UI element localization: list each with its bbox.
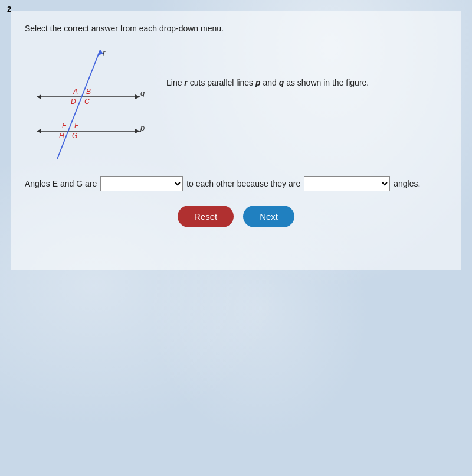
- svg-text:A: A: [73, 87, 78, 96]
- svg-text:D: D: [71, 97, 76, 106]
- card: Select the correct answer from each drop…: [11, 11, 461, 270]
- svg-marker-1: [37, 94, 41, 99]
- svg-text:G: G: [72, 132, 77, 140]
- svg-text:q: q: [140, 89, 145, 97]
- svg-marker-2: [135, 94, 140, 99]
- svg-marker-4: [37, 129, 41, 133]
- instruction-text: Select the correct answer from each drop…: [25, 24, 447, 33]
- buttons-area: Reset Next: [25, 206, 447, 227]
- dropdown-relationship[interactable]: equal supplementary complementary: [100, 176, 183, 191]
- sentence-prefix: Angles E and G are: [25, 179, 97, 188]
- svg-text:p: p: [140, 123, 145, 132]
- svg-text:F: F: [74, 122, 79, 130]
- sentence-suffix: angles.: [394, 179, 420, 188]
- svg-marker-5: [135, 129, 140, 133]
- svg-text:r: r: [103, 48, 106, 57]
- svg-line-6: [57, 50, 100, 159]
- sentence-middle: to each other because they are: [186, 179, 300, 188]
- svg-text:E: E: [62, 122, 67, 130]
- next-button[interactable]: Next: [243, 206, 294, 227]
- description-area: Line r cuts parallel lines p and q as sh…: [166, 44, 447, 89]
- svg-text:C: C: [84, 97, 90, 106]
- figure-area: r A B D C q E F H G: [25, 44, 155, 162]
- svg-text:H: H: [59, 132, 64, 140]
- description-text: Line r cuts parallel lines p and q as sh…: [166, 76, 369, 89]
- reset-button[interactable]: Reset: [178, 206, 234, 227]
- dropdown-angle-type[interactable]: alternate interior corresponding co-inte…: [304, 176, 390, 191]
- sentence-area: Angles E and G are equal supplementary c…: [25, 176, 447, 191]
- geometry-figure: r A B D C q E F H G: [25, 44, 155, 162]
- content-area: r A B D C q E F H G: [25, 44, 447, 162]
- svg-text:B: B: [86, 87, 91, 96]
